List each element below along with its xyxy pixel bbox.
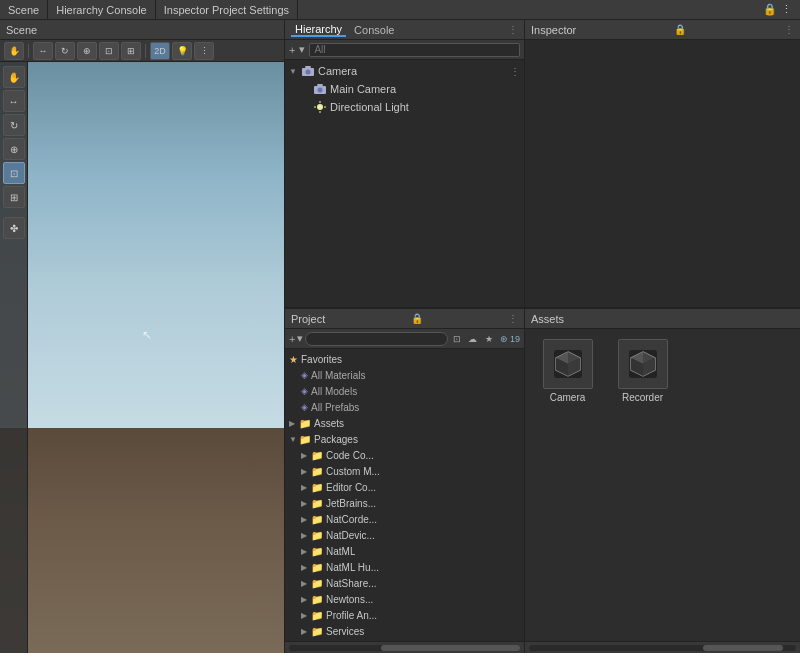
pkg-arrow-5: ▶ — [301, 515, 311, 524]
pkg-label-9: NatShare... — [326, 578, 377, 589]
hierarchy-tab[interactable]: Hierarchy — [291, 23, 346, 37]
toolbar-btn-rect[interactable]: ⊡ — [99, 42, 119, 60]
pkg-jetbrains[interactable]: ▶ 📁 JetBrains... — [285, 495, 524, 511]
hierarchy-tab-header[interactable]: Hierarchy Console — [48, 0, 156, 19]
pkg-code-co[interactable]: ▶ 📁 Code Co... — [285, 447, 524, 463]
hierarchy-dropdown-btn[interactable]: ▾ — [299, 43, 305, 56]
project-add-btn[interactable]: + — [289, 333, 295, 345]
hierarchy-menu-btn[interactable]: ⋮ — [508, 24, 518, 35]
pkg-custom-m[interactable]: ▶ 📁 Custom M... — [285, 463, 524, 479]
tree-item-camera-root[interactable]: ▼ Camera ⋮ — [285, 62, 524, 80]
console-tab[interactable]: Console — [350, 24, 398, 36]
inspector-content — [525, 40, 800, 307]
pkg-arrow-2: ▶ — [301, 467, 311, 476]
asset-item-camera[interactable]: Camera — [535, 339, 600, 403]
svg-rect-2 — [305, 66, 311, 68]
tree-item-directional-light[interactable]: Directional Light — [285, 98, 524, 116]
tool-rect[interactable]: ⊡ — [3, 162, 25, 184]
tool-move[interactable]: ↔ — [3, 90, 25, 112]
pkg-profile-an[interactable]: ▶ 📁 Profile An... — [285, 607, 524, 623]
assets-scrollbar[interactable] — [525, 641, 800, 653]
tool-hand[interactable]: ✋ — [3, 66, 25, 88]
pkg-folder-7: 📁 — [311, 546, 323, 557]
tree-arrow-camera: ▼ — [289, 67, 301, 76]
pkg-natml-hu[interactable]: ▶ 📁 NatML Hu... — [285, 559, 524, 575]
pkg-label-8: NatML Hu... — [326, 562, 379, 573]
project-menu-btn[interactable]: ⋮ — [508, 313, 518, 324]
project-icon-2[interactable]: ☁ — [466, 332, 480, 346]
asset-label-camera: Camera — [550, 392, 586, 403]
inspector-tab-label: Inspector — [164, 4, 209, 16]
project-title: Project — [291, 313, 325, 325]
lock-icon[interactable]: 🔒 — [763, 3, 777, 16]
pkg-folder-3: 📁 — [311, 482, 323, 493]
pkg-natshare[interactable]: ▶ 📁 NatShare... — [285, 575, 524, 591]
tree-item-main-camera[interactable]: Main Camera — [285, 80, 524, 98]
tool-extra[interactable]: ✤ — [3, 217, 25, 239]
fav-models-icon: ◈ — [301, 386, 308, 396]
tree-assets-root[interactable]: ▶ 📁 Assets — [285, 415, 524, 431]
project-lock-btn[interactable]: 🔒 — [411, 313, 423, 324]
scene-header: Scene — [0, 20, 285, 40]
assets-scroll-track[interactable] — [529, 645, 796, 651]
packages-label: Packages — [314, 434, 358, 445]
inspector-title: Inspector — [531, 24, 576, 36]
pkg-services[interactable]: ▶ 📁 Services — [285, 623, 524, 639]
inspector-lock-icon[interactable]: 🔒 — [674, 24, 686, 35]
project-icon-3[interactable]: ★ — [482, 332, 496, 346]
fav-all-prefabs[interactable]: ◈ All Prefabs — [285, 399, 524, 415]
project-badge: ⊛ — [500, 334, 508, 344]
packages-folder-icon: 📁 — [299, 434, 311, 445]
tool-transform[interactable]: ⊞ — [3, 186, 25, 208]
directional-light-icon — [313, 100, 327, 114]
camera-menu-btn[interactable]: ⋮ — [510, 66, 520, 77]
toolbar-btn-light[interactable]: 💡 — [172, 42, 192, 60]
pkg-arrow-3: ▶ — [301, 483, 311, 492]
project-search-input[interactable] — [305, 332, 448, 346]
pkg-newtons[interactable]: ▶ 📁 Newtons... — [285, 591, 524, 607]
asset-item-recorder[interactable]: Recorder — [610, 339, 675, 403]
scene-tab-header[interactable]: Scene — [0, 0, 48, 19]
pkg-label-5: NatCorde... — [326, 514, 377, 525]
toolbar-btn-menu[interactable]: ⋮ — [194, 42, 214, 60]
project-left-panel: Project 🔒 ⋮ + ▾ ⊡ ☁ ★ ⊛ 19 ★ — [285, 309, 525, 653]
inspector-tab-header[interactable]: Inspector Project Settings — [156, 0, 298, 19]
fav-materials-icon: ◈ — [301, 370, 308, 380]
hierarchy-search-input[interactable] — [309, 43, 520, 57]
scroll-track[interactable] — [289, 645, 520, 651]
pkg-label-11: Profile An... — [326, 610, 377, 621]
pkg-arrow-8: ▶ — [301, 563, 311, 572]
pkg-editor-co[interactable]: ▶ 📁 Editor Co... — [285, 479, 524, 495]
pkg-natdevic[interactable]: ▶ 📁 NatDevic... — [285, 527, 524, 543]
project-dropdown-btn[interactable]: ▾ — [297, 332, 303, 345]
hierarchy-inspector-row: Hierarchy Console ⋮ + ▾ ▼ — [285, 20, 800, 308]
toolbar-btn-rotate[interactable]: ↻ — [55, 42, 75, 60]
pkg-natml[interactable]: ▶ 📁 NatML — [285, 543, 524, 559]
svg-point-6 — [317, 104, 323, 110]
tool-rotate[interactable]: ↻ — [3, 114, 25, 136]
project-icon-1[interactable]: ⊡ — [450, 332, 464, 346]
menu-icon[interactable]: ⋮ — [781, 3, 792, 16]
tree-packages-root[interactable]: ▼ 📁 Packages — [285, 431, 524, 447]
star-icon: ★ — [289, 354, 298, 365]
toolbar-btn-scale[interactable]: ⊕ — [77, 42, 97, 60]
hierarchy-add-btn[interactable]: + — [289, 44, 295, 56]
toolbar-btn-2d[interactable]: 2D — [150, 42, 170, 60]
unity-cube-camera — [550, 346, 586, 382]
toolbar-btn-hand[interactable]: ✋ — [4, 42, 24, 60]
inspector-menu-btn[interactable]: ⋮ — [784, 24, 794, 35]
asset-icon-recorder — [618, 339, 668, 389]
fav-all-models[interactable]: ◈ All Models — [285, 383, 524, 399]
pkg-natcorde[interactable]: ▶ 📁 NatCorde... — [285, 511, 524, 527]
toolbar-btn-transform[interactable]: ⊞ — [121, 42, 141, 60]
fav-all-materials[interactable]: ◈ All Materials — [285, 367, 524, 383]
tool-scale[interactable]: ⊕ — [3, 138, 25, 160]
project-header: Project 🔒 ⋮ — [285, 309, 524, 329]
project-scrollbar[interactable] — [285, 641, 524, 653]
pkg-label-10: Newtons... — [326, 594, 373, 605]
hierarchy-toolbar: + ▾ — [285, 40, 524, 60]
pkg-label-1: Code Co... — [326, 450, 374, 461]
toolbar-btn-move[interactable]: ↔ — [33, 42, 53, 60]
pkg-arrow-10: ▶ — [301, 595, 311, 604]
inspector-panel: Inspector 🔒 ⋮ — [525, 20, 800, 307]
